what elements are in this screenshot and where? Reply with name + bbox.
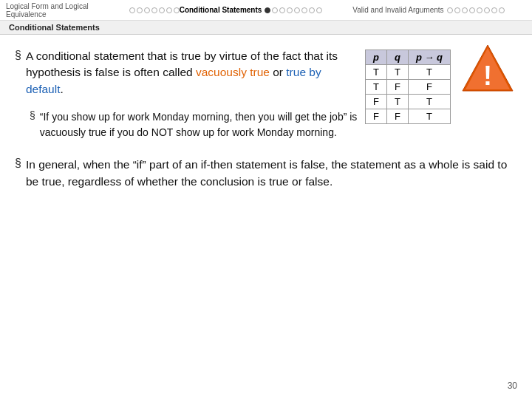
warning-triangle-svg: !: [461, 44, 514, 92]
header-p: p: [365, 50, 386, 65]
header-q: q: [386, 50, 408, 65]
cell: T: [365, 80, 386, 95]
dot: [279, 7, 285, 13]
nav-section-1[interactable]: Logical Form and Logical Equivalence: [6, 2, 180, 18]
cell: F: [365, 109, 386, 124]
cell: F: [365, 95, 386, 109]
dot-active: [265, 7, 270, 13]
section-title: Conditional Statements: [9, 23, 100, 32]
bullet-1-text-middle: or: [270, 66, 286, 78]
dot: [137, 7, 143, 13]
table-row: F T T: [365, 95, 450, 109]
dot: [159, 7, 165, 13]
dot: [272, 7, 278, 13]
first-bullet-row: § A conditional statement that is true b…: [15, 48, 517, 140]
main-content: ! § A conditional statement that is true…: [0, 35, 532, 395]
bullet-1-text-after: .: [60, 83, 63, 95]
warning-icon: !: [461, 44, 513, 92]
sub-bullet-marker: §: [30, 109, 35, 140]
first-bullet-content: § A conditional statement that is true b…: [15, 48, 365, 140]
truth-table-container: p q p → q T T T T F F: [365, 50, 451, 124]
cell: F: [408, 80, 450, 95]
sub-bullet-text: “If you show up for work Monday morning,…: [40, 109, 358, 140]
dot: [491, 7, 497, 13]
bullet-marker-2: §: [15, 157, 21, 191]
cell: T: [408, 95, 450, 109]
table-header-row: p q p → q: [365, 50, 450, 65]
nav-dots-2: [265, 7, 322, 13]
dot: [151, 7, 157, 13]
dot: [129, 7, 135, 13]
bullet-1-text: A conditional statement that is true by …: [26, 48, 358, 98]
table-row: T F F: [365, 80, 450, 95]
dot: [144, 7, 150, 13]
cell: T: [386, 95, 408, 109]
bullet-marker-1: §: [15, 49, 21, 98]
table-body: T T T T F F F T T F: [365, 65, 450, 124]
dot: [477, 7, 482, 13]
cell: F: [386, 80, 408, 95]
dot: [484, 7, 490, 13]
dot: [309, 7, 315, 13]
cell: T: [365, 65, 386, 80]
cell: T: [408, 109, 450, 124]
top-navigation: Logical Form and Logical Equivalence Con…: [0, 0, 532, 21]
sub-bullet-1: § “If you show up for work Monday mornin…: [30, 109, 358, 140]
dot: [454, 7, 460, 13]
svg-text:!: !: [483, 61, 492, 91]
table-row: F F T: [365, 109, 450, 124]
nav-dots-3: [447, 7, 505, 13]
bullet-1-text-orange: vacuously true: [196, 66, 270, 78]
dot: [469, 7, 475, 13]
bullet-2: § In general, when the “if” part of an i…: [15, 156, 517, 191]
dot: [294, 7, 300, 13]
truth-table: p q p → q T T T T F F: [365, 50, 451, 124]
dot: [316, 7, 322, 13]
dot: [462, 7, 468, 13]
nav-dots-1: [129, 7, 180, 13]
dot: [447, 7, 453, 13]
cell: T: [408, 65, 450, 80]
nav-label-2: Conditional Statements: [180, 6, 262, 14]
header-pq: p → q: [408, 50, 450, 65]
dot: [174, 7, 180, 13]
nav-label-1: Logical Form and Logical Equivalence: [6, 2, 126, 18]
dot: [287, 7, 293, 13]
dot: [499, 7, 505, 13]
bullet-2-text: In general, when the “if” part of an if-…: [26, 156, 517, 191]
nav-label-3: Valid and Invalid Arguments: [352, 6, 443, 14]
table-row: T T T: [365, 65, 450, 80]
dot: [166, 7, 172, 13]
dot: [301, 7, 307, 13]
nav-section-3[interactable]: Valid and Invalid Arguments: [352, 6, 526, 14]
cell: T: [386, 65, 408, 80]
nav-section-2[interactable]: Conditional Statements: [180, 6, 353, 14]
page-number-value: 30: [508, 381, 517, 391]
section-title-bar: Conditional Statements: [0, 21, 532, 35]
bullet-1: § A conditional statement that is true b…: [15, 48, 358, 98]
cell: F: [386, 109, 408, 124]
page-number: 30: [508, 381, 517, 391]
